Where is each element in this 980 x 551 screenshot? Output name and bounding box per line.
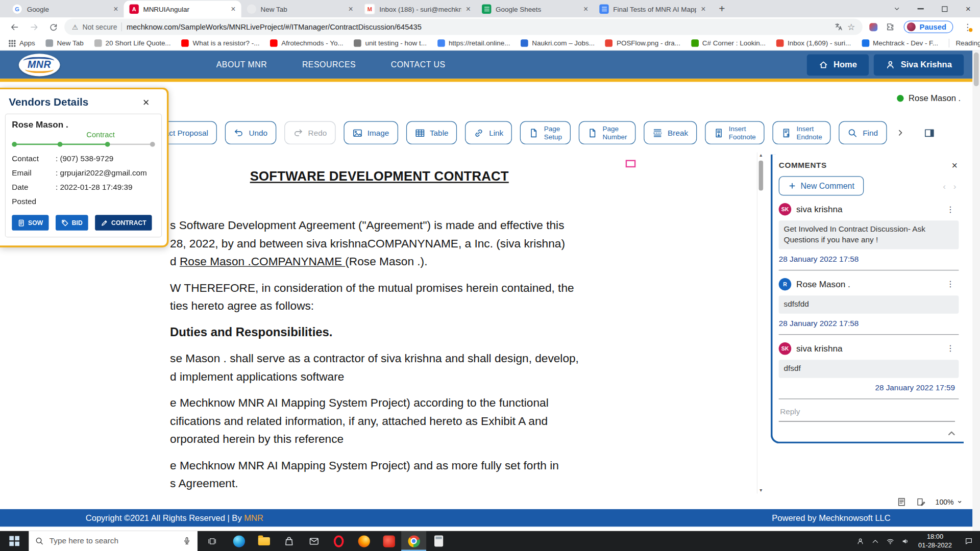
toolbar-button-find[interactable]: Find [839,121,887,144]
comment-anchor-marker[interactable] [626,160,636,167]
collapse-chevron-icon[interactable] [947,429,956,438]
reply-input[interactable]: Reply [779,407,955,421]
side-panel-toggle-icon[interactable] [923,127,935,138]
scrollbar-thumb[interactable] [759,161,764,191]
taskbar-app-file-explorer[interactable] [251,531,276,551]
footer-brand[interactable]: MNR [244,513,263,522]
bookmark-item-inbox-1-609-suri[interactable]: Inbox (1,609) - suri... [776,39,851,47]
translate-icon[interactable] [834,22,843,31]
tab-close-icon[interactable]: × [113,5,118,13]
bookmark-item-mechtrack-dev-f[interactable]: Mechtrack - Dev - F... [862,39,938,47]
nav-item-about-mnr[interactable]: ABOUT MNR [216,60,267,69]
browser-tab-google[interactable]: GGoogle× [6,1,124,17]
toolbar-button-page-number[interactable]: PageNumber [579,121,636,144]
bookmark-item-20-short-life-quote[interactable]: 20 Short Life Quote... [94,39,171,47]
taskbar-app-firefox[interactable] [351,531,376,551]
nav-item-resources[interactable]: RESOURCES [302,60,356,69]
taskbar-search[interactable]: Type here to search [29,531,198,551]
vendor-action-sow[interactable]: SOW [12,215,48,231]
refresh-icon[interactable] [45,19,61,35]
edit-mode-icon[interactable] [916,497,925,507]
tray-people-icon[interactable] [853,537,868,545]
browser-tab-mnruiangular[interactable]: AMNRUIAngular× [124,1,241,17]
comments-close-icon[interactable]: × [951,161,959,171]
mnr-logo[interactable]: MNR [19,54,60,76]
taskbar-app-opera[interactable] [326,531,351,551]
vendor-panel-close-icon[interactable]: × [143,97,150,108]
back-icon[interactable] [6,19,22,35]
tab-close-icon[interactable]: × [349,5,353,13]
toolbar-button-table[interactable]: Table [406,121,457,144]
user-button[interactable]: Siva Krishna [874,54,964,76]
zoom-control[interactable]: 100% [936,498,963,506]
microphone-icon[interactable] [183,537,191,545]
extensions-puzzle-icon[interactable] [886,22,894,31]
apps-shortcut[interactable]: Apps [9,39,35,47]
bookmark-item-unit-testing-how-t[interactable]: unit testing - how t... [354,39,427,47]
scroll-down-icon[interactable]: ▼ [759,487,763,493]
home-button[interactable]: Home [806,54,869,76]
tab-close-icon[interactable]: × [466,5,471,13]
document-viewport[interactable]: SOFTWARE DEVELOPMENT CONTRACT s Software… [167,150,758,493]
tab-close-icon[interactable]: × [583,5,588,13]
next-page-icon[interactable]: › [953,181,957,191]
window-close-button[interactable]: × [956,0,980,17]
browser-tab-final-tests-of-mnr-ai-mapping-s[interactable]: Final Tests of MNR AI Mapping S× [594,1,711,17]
task-view-icon[interactable] [198,531,226,551]
browser-tab-new-tab[interactable]: New Tab× [241,1,359,17]
taskbar-app-calculator[interactable] [426,531,451,551]
toolbar-button-redo[interactable]: Redo [284,121,335,144]
vendor-action-bid[interactable]: BID [56,215,88,231]
new-comment-button[interactable]: New Comment [779,176,864,195]
tray-network-icon[interactable] [883,537,897,545]
browser-tab-inbox-188-suri-mechknowso[interactable]: MInbox (188) - suri@mechknowso× [359,1,476,17]
bookmark-item-naukri-com-jobs[interactable]: Naukri.com – Jobs... [521,39,595,47]
taskbar-app-mail[interactable] [301,531,326,551]
page-scrollbar[interactable] [972,51,980,531]
toolbar-overflow-chevron-icon[interactable] [896,129,904,137]
taskbar-clock[interactable]: 18:00 01-28-2022 [913,533,958,549]
vendor-action-contract[interactable]: CONTRACT [95,215,152,231]
taskbar-app-chrome[interactable] [401,531,426,551]
bookmark-item-afrotechmods-yo[interactable]: Afrotechmods - Yo... [270,39,343,47]
kebab-menu-icon[interactable]: ⋮ [946,280,959,289]
bookmark-item-https-retail-online[interactable]: https://retail.online... [437,39,510,47]
tray-volume-icon[interactable] [898,537,913,545]
tab-search-icon[interactable] [885,0,909,17]
taskbar-app-red-app[interactable] [376,531,401,551]
bookmark-item-what-is-a-resistor[interactable]: What is a resistor? -... [181,39,259,47]
address-bar[interactable]: ⚠ Not secure mechknow.com/SampleWorks/MN… [64,19,863,35]
toolbar-button-image[interactable]: Image [344,121,398,144]
forward-icon[interactable] [26,19,42,35]
tab-close-icon[interactable]: × [231,5,235,13]
bookmark-item-c-corner-lookin[interactable]: C# Corner : Lookin... [691,39,766,47]
browser-tab-google-sheets[interactable]: Google Sheets× [476,1,594,17]
kebab-menu-icon[interactable]: ⋮ [946,344,959,353]
toolbar-button-break[interactable]: Break [644,121,697,144]
prev-page-icon[interactable]: ‹ [943,181,946,191]
maximize-button[interactable] [933,0,957,17]
bookmark-star-icon[interactable]: ☆ [847,22,855,31]
toolbar-button-undo[interactable]: Undo [225,121,276,144]
scroll-up-icon[interactable]: ▲ [759,153,763,159]
bookmark-item-posflow-png-dra[interactable]: POSFlow.png - dra... [605,39,680,47]
toolbar-button-page-setup[interactable]: PageSetup [520,121,571,144]
taskbar-app-store[interactable] [276,531,301,551]
minimize-button[interactable] [909,0,933,17]
action-center-icon[interactable] [958,537,980,545]
nav-item-contact-us[interactable]: CONTACT US [391,60,446,69]
tray-chevron-up-icon[interactable] [868,537,883,545]
slider-dot[interactable] [105,142,110,147]
start-button[interactable] [0,531,29,551]
slider-dot[interactable] [150,142,155,147]
kebab-menu-icon[interactable]: ⋮ [946,205,959,214]
sync-paused-badge[interactable]: Paused [904,20,953,33]
slider-dot[interactable] [58,142,63,147]
extension-icon[interactable] [870,23,878,31]
tab-close-icon[interactable]: × [701,5,705,13]
bookmark-item-new-tab[interactable]: New Tab [45,39,83,47]
toolbar-button-insert-endnote[interactable]: InsertEndnote [773,121,831,144]
print-layout-icon[interactable] [897,497,906,507]
slider-dot[interactable] [12,142,17,147]
toolbar-button-insert-footnote[interactable]: InsertFootnote [705,121,765,144]
